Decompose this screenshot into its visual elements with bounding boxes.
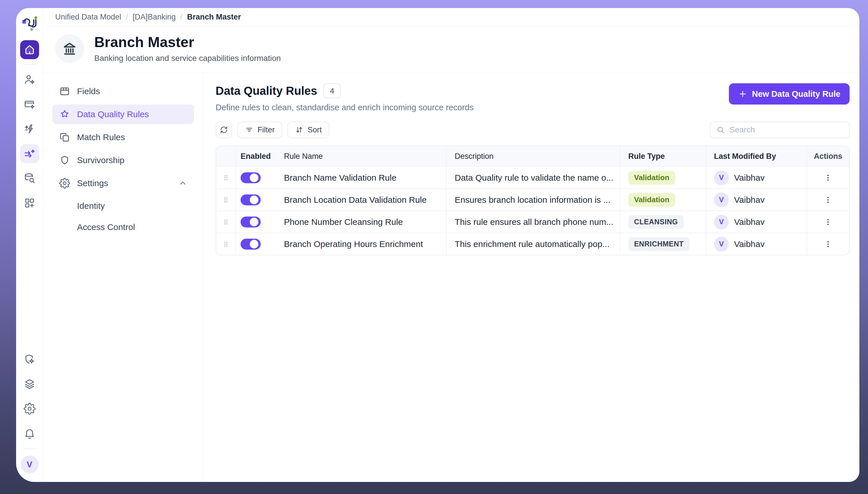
- refresh-icon: [220, 126, 228, 134]
- enabled-toggle[interactable]: [241, 216, 261, 227]
- home-icon: [23, 44, 36, 56]
- rule-type-badge: Validation: [628, 193, 675, 207]
- user-avatar[interactable]: V: [21, 456, 38, 473]
- main-content: Data Quality Rules 4 Define rules to cle…: [203, 73, 860, 482]
- modifier-avatar: V: [714, 192, 729, 207]
- gear-icon: [23, 403, 36, 415]
- drag-handle[interactable]: [216, 211, 235, 233]
- entity-subnav: Fields Data Quality Rules Match Rules Su…: [43, 73, 203, 482]
- enabled-toggle[interactable]: [241, 172, 261, 183]
- rule-name[interactable]: Branch Name Validation Rule: [283, 167, 446, 188]
- shield-icon: [59, 155, 70, 166]
- header-handle-column: [216, 146, 235, 166]
- kebab-menu-icon: [824, 240, 832, 248]
- breadcrumb-separator: /: [126, 13, 128, 21]
- rule-description: This enrichment rule automatically pop..…: [446, 233, 620, 255]
- rail-cards-button[interactable]: [20, 95, 39, 114]
- breadcrumb-item-root[interactable]: Unified Data Model: [55, 13, 121, 21]
- header-last-modified-by: Last Modified By: [706, 146, 807, 166]
- breadcrumb-item-domain[interactable]: [DA]Banking: [132, 13, 176, 21]
- rail-governance-button[interactable]: [20, 350, 39, 369]
- rule-type-badge: Validation: [628, 171, 675, 185]
- new-rule-button-label: New Data Quality Rule: [752, 89, 841, 99]
- drag-handle[interactable]: [216, 233, 235, 255]
- modifier-name: Vaibhav: [734, 217, 764, 227]
- rail-layers-button[interactable]: [20, 375, 39, 394]
- refresh-button[interactable]: [216, 121, 232, 138]
- header-description: Description: [446, 146, 620, 166]
- row-actions-menu-button[interactable]: [822, 195, 834, 205]
- modifier-name: Vaibhav: [734, 195, 764, 205]
- rule-description: Ensures branch location information is .…: [446, 189, 620, 210]
- subnav-item-label: Survivorship: [77, 155, 125, 165]
- rule-description: Data Quality rule to validate the name o…: [446, 167, 620, 188]
- subnav-item-label: Fields: [77, 87, 100, 96]
- breadcrumb-item-current: Branch Master: [187, 13, 241, 21]
- kebab-menu-icon: [824, 218, 832, 226]
- rail-automation-button[interactable]: [20, 119, 39, 138]
- header-rule-name: Rule Name: [283, 146, 446, 166]
- icon-rail: V: [16, 8, 43, 482]
- rail-data-explorer-button[interactable]: [20, 169, 39, 188]
- header-enabled: Enabled: [235, 146, 283, 166]
- header-actions: Actions: [807, 146, 849, 166]
- gear-icon: [59, 178, 70, 189]
- rule-name[interactable]: Phone Number Cleansing Rule: [283, 211, 446, 233]
- filter-button-label: Filter: [258, 126, 275, 134]
- search-input[interactable]: [729, 125, 843, 135]
- filter-lines-icon: [245, 126, 254, 134]
- rule-description: This rule ensures all branch phone num..…: [446, 211, 620, 233]
- section-heading: Data Quality Rules: [216, 84, 317, 97]
- home-nav-button[interactable]: [20, 40, 39, 59]
- sort-button-label: Sort: [308, 126, 322, 134]
- rule-type-badge: CLEANSING: [628, 215, 684, 229]
- section-description: Define rules to clean, standardise and e…: [216, 103, 474, 112]
- table-row: Phone Number Cleansing Rule This rule en…: [216, 210, 849, 233]
- modifier-name: Vaibhav: [734, 239, 764, 249]
- drag-handle[interactable]: [216, 189, 235, 210]
- table-row: Branch Location Data Validation Rule Ens…: [216, 188, 849, 210]
- database-search-icon: [23, 172, 36, 184]
- enabled-toggle[interactable]: [241, 194, 261, 205]
- enabled-toggle[interactable]: [241, 239, 261, 250]
- copy-icon: [59, 132, 70, 143]
- subnav-item-data-quality-rules[interactable]: Data Quality Rules: [52, 104, 194, 124]
- filter-button[interactable]: Filter: [237, 121, 282, 138]
- drag-handle[interactable]: [216, 167, 235, 188]
- layers-icon: [23, 378, 36, 390]
- rail-users-button[interactable]: [20, 70, 39, 89]
- rail-pipelines-button[interactable]: [20, 144, 39, 163]
- rule-name[interactable]: Branch Location Data Validation Rule: [283, 189, 446, 210]
- subnav-item-survivorship[interactable]: Survivorship: [52, 151, 194, 170]
- page-subtitle: Banking location and service capabilitie…: [94, 54, 281, 63]
- row-actions-menu-button[interactable]: [822, 217, 834, 227]
- rule-type-badge: ENRICHMENT: [628, 237, 689, 251]
- sort-button[interactable]: Sort: [288, 121, 329, 138]
- subnav-item-settings[interactable]: Settings: [52, 173, 194, 193]
- rail-divider: [23, 448, 36, 449]
- shield-sparkle-icon: [23, 353, 36, 365]
- rail-divider: [23, 64, 36, 65]
- breadcrumb: Unified Data Model / [DA]Banking / Branc…: [43, 8, 860, 26]
- row-actions-menu-button[interactable]: [822, 240, 834, 249]
- subnav-item-identity[interactable]: Identity: [52, 196, 194, 215]
- rail-settings-button[interactable]: [20, 399, 39, 418]
- user-sparkle-icon: [23, 74, 36, 86]
- subnav-item-fields[interactable]: Fields: [52, 81, 194, 101]
- rail-apps-button[interactable]: [20, 194, 39, 212]
- page-title: Branch Master: [94, 35, 281, 50]
- new-data-quality-rule-button[interactable]: New Data Quality Rule: [729, 83, 850, 104]
- rule-name[interactable]: Branch Operating Hours Enrichment: [283, 233, 446, 255]
- subnav-item-match-rules[interactable]: Match Rules: [52, 128, 194, 147]
- grid-plus-icon: [23, 197, 36, 209]
- kebab-menu-icon: [824, 195, 832, 204]
- app-window: V Unified Data Model / [DA]Banking / Bra…: [16, 8, 860, 482]
- search-icon: [716, 126, 725, 134]
- plus-icon: [738, 89, 747, 98]
- modifier-avatar: V: [714, 214, 729, 229]
- flow-arrows-icon: [23, 148, 36, 160]
- rail-notifications-button[interactable]: [20, 424, 39, 443]
- subnav-item-access-control[interactable]: Access Control: [52, 218, 194, 237]
- row-actions-menu-button[interactable]: [822, 173, 834, 183]
- app-logo-icon[interactable]: [21, 15, 38, 32]
